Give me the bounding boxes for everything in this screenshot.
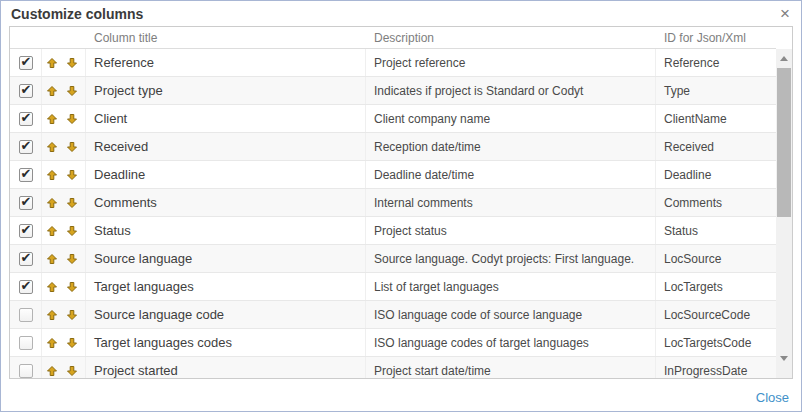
column-id-cell: InProgressDate bbox=[656, 357, 776, 378]
column-id-cell: ClientName bbox=[656, 105, 776, 132]
scrollbar-thumb[interactable] bbox=[777, 68, 791, 217]
header-id-json-xml: ID for Json/Xml bbox=[656, 31, 776, 45]
row-checkbox[interactable] bbox=[19, 364, 33, 378]
vertical-scrollbar[interactable] bbox=[776, 49, 792, 378]
customize-columns-dialog: Customize columns × Column title Descrip… bbox=[0, 0, 802, 412]
row-checkbox[interactable] bbox=[19, 308, 33, 322]
column-id-cell: LocTargets bbox=[656, 273, 776, 300]
row-checkbox[interactable] bbox=[19, 140, 33, 154]
column-id-cell: LocSource bbox=[656, 245, 776, 272]
triangle-down-icon bbox=[780, 356, 788, 361]
move-up-icon[interactable] bbox=[47, 254, 57, 264]
header-column-title: Column title bbox=[86, 31, 366, 45]
table-row: Received Reception date/time Received bbox=[10, 133, 776, 161]
column-id-cell: Deadline bbox=[656, 161, 776, 188]
checkbox-cell bbox=[10, 273, 42, 300]
table-row: Source language Source language. Codyt p… bbox=[10, 245, 776, 273]
column-id-cell: Reference bbox=[656, 49, 776, 76]
reorder-cell bbox=[42, 245, 86, 272]
move-up-icon[interactable] bbox=[47, 170, 57, 180]
table-row: Comments Internal comments Comments bbox=[10, 189, 776, 217]
reorder-cell bbox=[42, 77, 86, 104]
row-checkbox[interactable] bbox=[19, 56, 33, 70]
checkbox-cell bbox=[10, 105, 42, 132]
column-description-cell: Project status bbox=[366, 217, 656, 244]
table-row: Client Client company name ClientName bbox=[10, 105, 776, 133]
row-checkbox[interactable] bbox=[19, 280, 33, 294]
reorder-cell bbox=[42, 133, 86, 160]
reorder-cell bbox=[42, 49, 86, 76]
columns-table: Column title Description ID for Json/Xml… bbox=[9, 26, 793, 379]
move-up-icon[interactable] bbox=[47, 226, 57, 236]
column-description-cell: Client company name bbox=[366, 105, 656, 132]
column-description-cell: Project start date/time bbox=[366, 357, 656, 378]
column-title-cell: Reference bbox=[86, 49, 366, 76]
row-checkbox[interactable] bbox=[19, 196, 33, 210]
scroll-up-button[interactable] bbox=[776, 51, 792, 65]
row-checkbox[interactable] bbox=[19, 84, 33, 98]
column-title-cell: Received bbox=[86, 133, 366, 160]
move-down-icon[interactable] bbox=[67, 366, 77, 376]
move-up-icon[interactable] bbox=[47, 114, 57, 124]
column-id-cell: LocSourceCode bbox=[656, 301, 776, 328]
checkbox-cell bbox=[10, 217, 42, 244]
table-row: Reference Project reference Reference bbox=[10, 49, 776, 77]
header-description: Description bbox=[366, 31, 656, 45]
column-description-cell: List of target languages bbox=[366, 273, 656, 300]
table-row: Deadline Deadline date/time Deadline bbox=[10, 161, 776, 189]
column-title-cell: Source language code bbox=[86, 301, 366, 328]
move-up-icon[interactable] bbox=[47, 58, 57, 68]
close-button[interactable]: Close bbox=[756, 390, 789, 405]
row-checkbox[interactable] bbox=[19, 112, 33, 126]
column-description-cell: ISO language codes of target languages bbox=[366, 329, 656, 356]
move-down-icon[interactable] bbox=[67, 114, 77, 124]
column-title-cell: Client bbox=[86, 105, 366, 132]
column-title-cell: Status bbox=[86, 217, 366, 244]
move-down-icon[interactable] bbox=[67, 338, 77, 348]
move-down-icon[interactable] bbox=[67, 142, 77, 152]
checkbox-cell bbox=[10, 49, 42, 76]
row-checkbox[interactable] bbox=[19, 168, 33, 182]
triangle-up-icon bbox=[780, 56, 788, 61]
move-up-icon[interactable] bbox=[47, 282, 57, 292]
column-title-cell: Target languages bbox=[86, 273, 366, 300]
move-down-icon[interactable] bbox=[67, 282, 77, 292]
move-down-icon[interactable] bbox=[67, 310, 77, 320]
checkbox-cell bbox=[10, 189, 42, 216]
column-list: Reference Project reference Reference Pr… bbox=[10, 49, 776, 378]
column-description-cell: Reception date/time bbox=[366, 133, 656, 160]
reorder-cell bbox=[42, 189, 86, 216]
column-description-cell: Project reference bbox=[366, 49, 656, 76]
row-checkbox[interactable] bbox=[19, 224, 33, 238]
move-up-icon[interactable] bbox=[47, 310, 57, 320]
reorder-cell bbox=[42, 273, 86, 300]
reorder-cell bbox=[42, 329, 86, 356]
column-description-cell: ISO language code of source language bbox=[366, 301, 656, 328]
column-title-cell: Comments bbox=[86, 189, 366, 216]
move-up-icon[interactable] bbox=[47, 366, 57, 376]
move-down-icon[interactable] bbox=[67, 254, 77, 264]
move-down-icon[interactable] bbox=[67, 86, 77, 96]
column-title-cell: Project type bbox=[86, 77, 366, 104]
column-id-cell: LocTargetsCode bbox=[656, 329, 776, 356]
scroll-down-button[interactable] bbox=[776, 351, 792, 365]
move-down-icon[interactable] bbox=[67, 170, 77, 180]
column-title-cell: Deadline bbox=[86, 161, 366, 188]
move-down-icon[interactable] bbox=[67, 58, 77, 68]
move-up-icon[interactable] bbox=[47, 198, 57, 208]
table-row: Target languages codes ISO language code… bbox=[10, 329, 776, 357]
row-checkbox[interactable] bbox=[19, 336, 33, 350]
reorder-cell bbox=[42, 301, 86, 328]
checkbox-cell bbox=[10, 161, 42, 188]
column-id-cell: Type bbox=[656, 77, 776, 104]
move-up-icon[interactable] bbox=[47, 86, 57, 96]
move-up-icon[interactable] bbox=[47, 142, 57, 152]
move-down-icon[interactable] bbox=[67, 226, 77, 236]
move-up-icon[interactable] bbox=[47, 338, 57, 348]
column-id-cell: Status bbox=[656, 217, 776, 244]
move-down-icon[interactable] bbox=[67, 198, 77, 208]
checkbox-cell bbox=[10, 133, 42, 160]
close-icon[interactable]: × bbox=[780, 5, 790, 22]
row-checkbox[interactable] bbox=[19, 252, 33, 266]
checkbox-cell bbox=[10, 301, 42, 328]
